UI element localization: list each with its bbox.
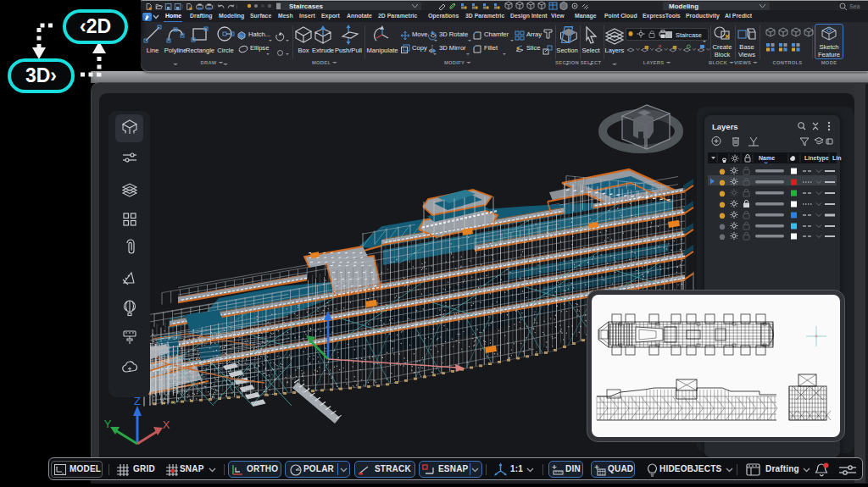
svg-text:Y: Y [56,466,58,469]
svg-text:Sea: Sea [849,3,860,9]
svg-text:Y: Y [104,418,112,430]
svg-text:X: X [163,418,170,431]
